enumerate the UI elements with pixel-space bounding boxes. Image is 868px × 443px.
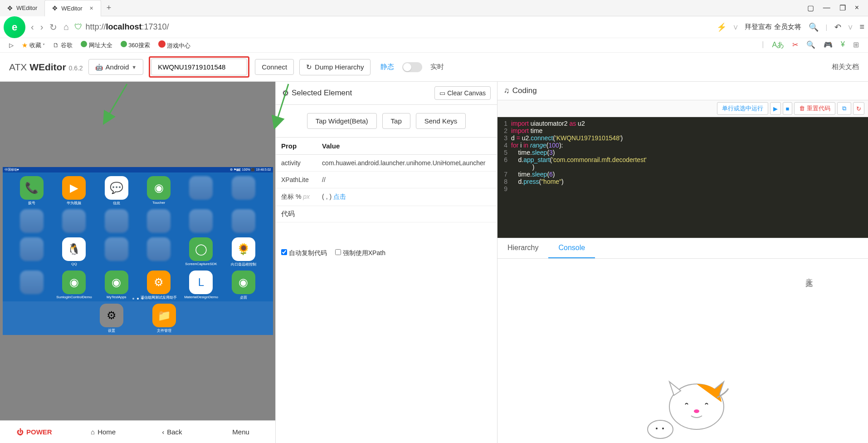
app-icon[interactable]: ⚙通信组网测试应用助手 — [140, 271, 178, 300]
translate-icon[interactable]: Aあ — [772, 40, 784, 50]
app-icon[interactable]: 📞拨号 — [13, 176, 51, 206]
forward-icon[interactable]: › — [40, 22, 44, 33]
code-toolbar: 单行或选中运行 ▶ ■ 🗑 重置代码 ⧉ ↻ — [497, 100, 868, 117]
send-keys-button[interactable]: Send Keys — [416, 113, 466, 129]
app-icon[interactable]: ◉桌面 — [224, 271, 263, 300]
expand-icon[interactable]: ▷ — [9, 42, 14, 49]
menu-button[interactable]: Menu — [206, 421, 275, 443]
zoom-icon[interactable]: 🔍 — [806, 40, 815, 50]
back-button[interactable]: ‹ Back — [138, 421, 207, 443]
bookmark-wz[interactable]: 网址大全 — [81, 41, 112, 49]
menu-icon[interactable]: ≡ — [859, 22, 864, 32]
svg-point-6 — [648, 420, 673, 438]
status-left: 中国移动♥ — [5, 167, 19, 172]
svg-point-7 — [656, 428, 658, 429]
gear-icon: ⚙ — [282, 89, 289, 98]
gamepad-icon[interactable]: 🎮 — [824, 40, 833, 50]
docs-link[interactable]: 相关文档 — [832, 63, 859, 71]
app-icon[interactable] — [13, 209, 51, 234]
app-icon[interactable] — [224, 176, 263, 206]
app-icon[interactable]: ◉MyTestApps — [97, 271, 136, 300]
apps-icon[interactable]: ⊞ — [853, 40, 859, 50]
tab-weditor-2[interactable]: ✥ WEditor × — [44, 0, 101, 16]
news-text[interactable]: 拜登宣布 全员女将 — [745, 23, 801, 31]
dump-hierarchy-button[interactable]: ↻ Dump Hierarchy — [299, 59, 371, 75]
tap-button[interactable]: Tap — [382, 113, 410, 129]
home-button[interactable]: ⌂ Home — [69, 421, 138, 443]
app-icon[interactable] — [140, 209, 178, 234]
app-icon[interactable]: ◯ScreenCaptureSDK — [182, 237, 220, 267]
tab-console[interactable]: Console — [548, 238, 595, 258]
panel-title: Selected Element — [292, 89, 352, 98]
minimize-icon[interactable]: — — [823, 4, 830, 12]
auto-copy-checkbox[interactable]: 自动复制代码 — [281, 249, 327, 257]
reload-icon[interactable]: ↻ — [49, 22, 57, 33]
click-link[interactable]: 点击 — [333, 193, 346, 200]
app-icon[interactable] — [224, 209, 263, 234]
wardrobe-icon[interactable]: ▢ — [807, 4, 814, 12]
tap-widget-button[interactable]: Tap Widget(Beta) — [307, 113, 377, 129]
tab-title: WEditor — [16, 5, 37, 11]
close-window-icon[interactable]: × — [855, 4, 859, 12]
dock-icon[interactable]: ⚙设置 — [100, 304, 123, 333]
code-refresh-button[interactable]: ↻ — [853, 102, 864, 115]
maximize-icon[interactable]: ❐ — [839, 4, 846, 12]
clear-canvas-button[interactable]: ▭ Clear Canvas — [434, 86, 491, 100]
android-icon: 🤖 — [95, 64, 103, 71]
bookmark-game[interactable]: 游戏中心 — [158, 40, 191, 50]
close-tab-icon[interactable]: × — [89, 5, 93, 12]
app-icon[interactable] — [97, 209, 136, 234]
coord-label: 坐标 % px — [276, 188, 317, 206]
new-tab-button[interactable]: + — [101, 3, 117, 13]
app-icon[interactable]: ◉Toucher — [140, 176, 178, 206]
app-icon[interactable] — [97, 237, 136, 267]
app-icon[interactable] — [13, 237, 51, 267]
live-toggle[interactable] — [402, 62, 422, 72]
app-icon[interactable]: 🐧QQ — [55, 237, 93, 267]
search-icon[interactable]: 🔍 — [809, 22, 819, 32]
svg-point-8 — [662, 428, 664, 429]
app-icon[interactable]: 💬信息 — [97, 176, 136, 206]
app-icon[interactable]: ▶华为视频 — [55, 176, 93, 206]
app-icon[interactable]: LMaterialDesignDemo — [182, 271, 220, 300]
play-button[interactable]: ▶ — [770, 102, 781, 115]
caret-down-icon[interactable]: ⋁ — [734, 25, 737, 30]
undo-icon[interactable]: ↶ — [834, 22, 841, 32]
main-area: 中国移动♥ ⚙ ⚑▮◧ 100% ⬛ 19:48:5:02 📞拨号▶华为视频💬信… — [0, 82, 868, 443]
yuan-icon[interactable]: ¥ — [841, 40, 845, 50]
power-button[interactable]: ⏻ POWER — [0, 421, 69, 443]
reset-button[interactable]: 🗑 重置代码 — [794, 102, 835, 115]
stop-button[interactable]: ■ — [783, 102, 793, 115]
chevron-down-icon[interactable]: ⋁ — [848, 25, 852, 30]
table-row: XPathLite// — [276, 172, 497, 188]
app-icon[interactable]: ◉SunloginControlDemo — [55, 271, 93, 300]
app-icon[interactable] — [13, 271, 51, 300]
home-nav-icon[interactable]: ⌂ — [63, 22, 69, 33]
bookmark-google[interactable]: 🗋 谷歌 — [53, 41, 73, 49]
power-icon: ⏻ — [17, 428, 24, 436]
app-icon[interactable] — [182, 176, 220, 206]
scissors-icon[interactable]: ✂ — [792, 40, 798, 50]
url-field[interactable]: 🛡 http://localhost:17310/ — [74, 22, 711, 32]
serial-input[interactable] — [151, 59, 247, 75]
app-icon[interactable] — [182, 209, 220, 234]
app-icon[interactable]: 🌻向日葵远程控制 — [224, 237, 263, 267]
code-editor[interactable]: 1import uiautomator2 as u22import time3d… — [497, 117, 868, 238]
back-icon[interactable]: ‹ — [31, 22, 34, 33]
tab-hierarchy[interactable]: Hierarchy — [497, 238, 548, 258]
app-icon[interactable] — [140, 237, 178, 267]
run-selection-button[interactable]: 单行或选中运行 — [717, 102, 768, 115]
platform-select[interactable]: 🤖 Android ▼ — [88, 59, 144, 75]
tab-weditor-1[interactable]: ✥ WEditor — [0, 0, 44, 16]
th-value: Value — [317, 138, 497, 155]
dock-icon[interactable]: 📁文件管理 — [152, 304, 176, 333]
app-icon[interactable] — [55, 209, 93, 234]
connect-button[interactable]: Connect — [255, 59, 294, 75]
copy-button[interactable]: ⧉ — [837, 102, 851, 115]
bookmark-360[interactable]: 360搜索 — [121, 41, 150, 49]
browser-logo-icon[interactable]: e — [4, 16, 25, 38]
lightning-icon[interactable]: ⚡ — [717, 22, 727, 32]
bookmark-fav[interactable]: ★ 收藏 ˅ — [22, 41, 45, 49]
force-xpath-checkbox[interactable]: 强制使用XPath — [335, 249, 385, 257]
phone-screen[interactable]: 中国移动♥ ⚙ ⚑▮◧ 100% ⬛ 19:48:5:02 📞拨号▶华为视频💬信… — [3, 167, 273, 335]
